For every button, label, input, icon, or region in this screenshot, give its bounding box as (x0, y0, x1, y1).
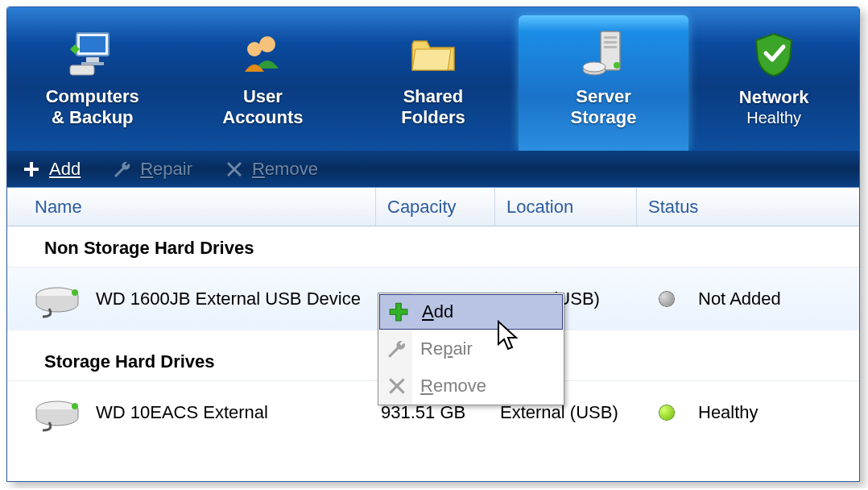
x-icon (386, 376, 407, 397)
svg-point-15 (72, 289, 78, 296)
tab-shared-folders[interactable]: Shared Folders (348, 15, 519, 151)
toolbar-repair-rest: epair (153, 159, 192, 179)
users-icon (237, 28, 288, 80)
col-name[interactable]: Name (7, 188, 376, 226)
column-headers: Name Capacity Location Status (7, 188, 859, 226)
tab-label: Server (576, 86, 631, 107)
tab-label-2: Folders (401, 107, 465, 128)
drive-status: Not Added (698, 289, 781, 309)
add-button[interactable]: Add (22, 159, 81, 180)
group-non-storage: Non Storage Hard Drives (7, 226, 859, 268)
wrench-icon (386, 338, 407, 359)
tab-label-2: Accounts (222, 107, 303, 128)
svg-point-11 (614, 62, 620, 69)
wrench-icon (113, 160, 132, 179)
svg-point-17 (72, 403, 78, 409)
svg-rect-9 (604, 41, 617, 44)
tab-server-storage[interactable]: Server Storage (519, 15, 689, 151)
nav-tabs: Computers & Backup User Accounts (7, 7, 859, 151)
whs-console-window: Computers & Backup User Accounts (6, 6, 860, 482)
ctx-add-rest: dd (434, 301, 453, 322)
hard-drive-icon (35, 280, 83, 318)
ctx-remove[interactable]: Remove (378, 368, 564, 405)
status-dot-icon (659, 292, 674, 306)
svg-rect-2 (86, 57, 99, 62)
tab-label: User (243, 86, 283, 107)
svg-point-6 (247, 42, 262, 56)
plus-icon (388, 301, 409, 322)
svg-rect-1 (80, 36, 105, 52)
toolbar: Add Repair Remove (7, 151, 859, 188)
hard-drive-icon (35, 393, 83, 432)
svg-rect-4 (70, 65, 94, 75)
ctx-repair[interactable]: Repair (378, 330, 564, 368)
tab-user-accounts[interactable]: User Accounts (178, 15, 349, 151)
drive-list: Non Storage Hard Drives WD 1600JB Extern… (7, 226, 859, 481)
tab-label: Shared (403, 86, 464, 107)
tab-label-2: Storage (571, 107, 637, 128)
toolbar-add-label: Add (49, 159, 81, 179)
col-location[interactable]: Location (495, 188, 637, 226)
remove-button[interactable]: Remove (225, 159, 318, 180)
x-icon (225, 160, 244, 179)
status-dot-icon (659, 405, 674, 420)
context-menu: Add Repair Remove (378, 293, 564, 405)
col-status[interactable]: Status (637, 188, 859, 226)
tab-label-2: Healthy (746, 108, 801, 127)
shield-check-icon (748, 29, 800, 81)
tab-label: Computers (46, 86, 139, 107)
tab-label: Network (739, 87, 809, 108)
tab-computers-backup[interactable]: Computers & Backup (7, 15, 178, 151)
svg-point-5 (259, 36, 275, 52)
drive-name: WD 10EACS External (96, 402, 268, 423)
svg-rect-3 (81, 62, 104, 65)
tab-label-2: & Backup (52, 107, 133, 128)
repair-button[interactable]: Repair (113, 159, 192, 180)
svg-point-13 (583, 62, 606, 72)
server-icon (578, 28, 630, 80)
tab-network-health[interactable]: Network Healthy (688, 15, 859, 151)
plus-icon (22, 160, 41, 179)
drive-status: Healthy (698, 402, 758, 423)
drive-name: WD 1600JB External USB Device (96, 289, 361, 309)
ctx-add[interactable]: Add (379, 294, 563, 330)
svg-rect-10 (604, 46, 617, 48)
toolbar-remove-rest: emove (265, 159, 318, 179)
svg-rect-8 (604, 36, 617, 39)
col-capacity[interactable]: Capacity (376, 188, 495, 226)
folder-icon (407, 28, 459, 80)
computer-backup-icon (67, 28, 118, 80)
